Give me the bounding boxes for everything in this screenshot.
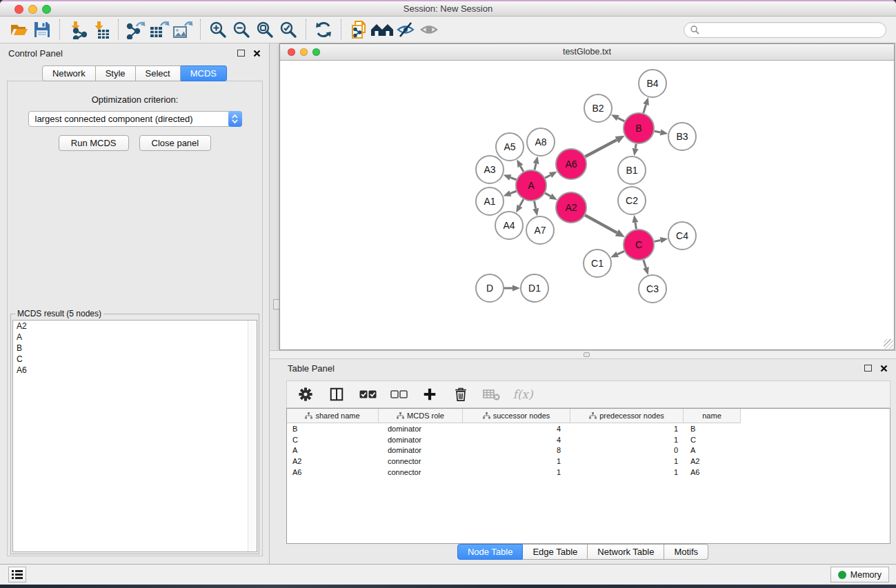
mcds-result-list[interactable]: A2ABCA6 [12,320,257,552]
export-table-button[interactable] [148,19,171,41]
search-box[interactable] [684,22,886,38]
table-row[interactable]: Cdominator41C [287,434,890,445]
table-cell[interactable]: dominator [379,446,463,454]
show-details-button[interactable] [417,19,441,41]
graph-edge[interactable] [510,191,517,193]
column-header[interactable]: shared name [287,409,379,423]
graph-edge[interactable] [545,193,550,196]
table-cell[interactable]: dominator [379,425,463,433]
graph-edge[interactable] [644,105,646,113]
table-cell[interactable]: 1 [570,468,684,476]
show-column-button[interactable] [328,385,346,403]
horizontal-splitter[interactable] [270,350,896,359]
table-cell[interactable]: A [684,446,741,454]
save-session-button[interactable] [30,19,54,41]
list-item[interactable]: C [13,354,257,365]
tab-select[interactable]: Select [136,65,181,81]
task-history-button[interactable] [8,567,26,582]
graph-edge[interactable] [617,251,624,254]
tab-style[interactable]: Style [96,65,136,81]
graph-edge[interactable] [585,215,617,233]
column-header[interactable]: predecessor nodes [570,409,684,423]
close-panel-icon[interactable] [880,365,888,372]
graph-edge[interactable] [535,201,536,209]
function-builder-button[interactable]: f(x) [514,385,532,403]
search-input[interactable] [699,25,879,34]
graph-edge[interactable] [655,240,661,241]
float-panel-icon[interactable] [864,365,872,372]
table-row[interactable]: A6connector11A6 [287,467,890,478]
list-item[interactable]: A [13,332,257,343]
table-cell[interactable]: 1 [463,457,570,465]
tab-network-table[interactable]: Network Table [588,544,664,560]
list-item[interactable]: B [13,343,257,354]
close-panel-icon[interactable] [253,50,261,57]
network-canvas[interactable]: AA1A2A3A4A5A6A7A8BB1B2B3B4CC1C2C3C4DD1 [280,61,894,349]
graph-edge[interactable] [644,260,646,268]
zoom-out-button[interactable] [230,19,253,41]
table-cell[interactable]: A2 [287,457,379,465]
table-cell[interactable]: connector [379,468,463,476]
list-scrollbar[interactable] [248,321,257,551]
table-cell[interactable]: connector [379,457,463,465]
criterion-dropdown[interactable]: largest connected component (directed) [28,111,242,127]
table-cell[interactable]: A6 [684,468,741,476]
column-header[interactable]: MCDS role [379,409,463,423]
list-item[interactable]: A2 [13,321,257,332]
table-cell[interactable]: A [287,446,379,454]
table-row[interactable]: Bdominator41B [287,423,890,434]
open-session-button[interactable] [7,19,30,41]
export-image-button[interactable] [171,19,195,41]
delete-table-button[interactable] [483,385,501,403]
table-row[interactable]: A2connector11A2 [287,456,890,467]
select-all-columns-button[interactable] [359,385,377,403]
home-networks-button[interactable] [370,19,394,41]
graph-edge[interactable] [635,223,637,230]
zoom-fit-button[interactable] [253,19,277,41]
refresh-view-button[interactable] [312,19,335,41]
graph-edge[interactable] [635,144,636,149]
hide-details-button[interactable] [394,19,417,41]
tab-network[interactable]: Network [42,65,96,81]
table-settings-button[interactable] [297,385,315,403]
column-header[interactable]: name [684,409,741,423]
export-network-button[interactable] [124,19,148,41]
graph-edge[interactable] [519,199,523,206]
new-network-from-selection-button[interactable] [347,19,370,41]
table-cell[interactable]: 1 [570,436,684,444]
resize-grip-icon[interactable] [884,339,893,349]
node-table[interactable]: shared nameMCDS rolesuccessor nodesprede… [286,408,890,544]
delete-columns-button[interactable] [452,385,470,403]
run-mcds-button[interactable]: Run MCDS [59,135,129,151]
table-cell[interactable]: B [287,425,379,433]
table-cell[interactable]: 4 [463,436,570,444]
import-table-button[interactable] [89,19,112,41]
table-cell[interactable]: B [684,425,741,433]
graph-edge[interactable] [585,140,617,156]
table-cell[interactable]: C [287,436,379,444]
close-panel-button[interactable]: Close panel [139,135,212,151]
tab-mcds[interactable]: MCDS [181,65,227,81]
float-panel-icon[interactable] [237,50,245,57]
create-column-button[interactable] [421,385,439,403]
table-cell[interactable]: 1 [463,468,570,476]
column-header[interactable]: successor nodes [463,409,570,423]
table-cell[interactable]: dominator [379,436,463,444]
zoom-selected-button[interactable] [277,19,300,41]
graph-edge[interactable] [655,131,661,132]
table-cell[interactable]: 8 [463,446,570,454]
table-cell[interactable]: C [684,436,741,444]
zoom-in-button[interactable] [206,19,230,41]
memory-button[interactable]: Memory [830,567,889,582]
table-cell[interactable]: A2 [684,457,741,465]
table-cell[interactable]: 1 [570,425,684,433]
graph-edge[interactable] [510,177,517,179]
table-cell[interactable]: 1 [570,457,684,465]
graph-edge[interactable] [618,118,625,121]
unselect-all-columns-button[interactable] [390,385,408,403]
table-cell[interactable]: A6 [287,468,379,476]
import-network-button[interactable] [66,19,89,41]
graph-edge[interactable] [545,175,550,178]
table-cell[interactable]: 0 [570,446,684,454]
table-cell[interactable]: 4 [463,425,570,433]
